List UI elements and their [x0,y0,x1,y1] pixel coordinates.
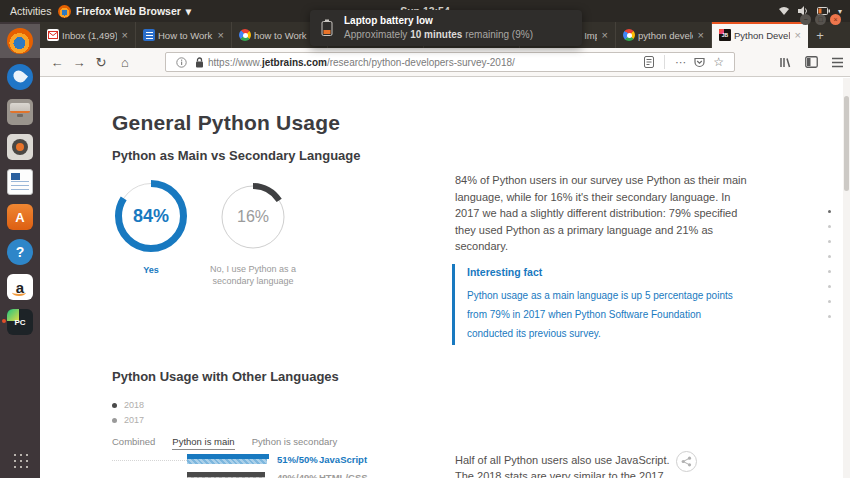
legend-2018[interactable]: 2018 [112,400,144,410]
nav-dot[interactable] [828,225,831,228]
filter-tab-python-is-secondary[interactable]: Python is secondary [252,436,338,450]
dock-item-files[interactable] [0,95,40,129]
legend-dot-2018 [112,403,117,408]
tab-close-icon[interactable]: × [696,29,706,41]
home-button[interactable]: ⌂ [114,48,136,76]
paragraph-main-vs-secondary: 84% of Python users in our survey use Py… [455,172,750,255]
tab-how-to-work[interactable]: How to Work With × [136,22,232,48]
scrollbar-thumb[interactable] [844,96,849,191]
fact-body: Python usage as a main language is up 5 … [467,286,744,343]
leader-line [112,460,187,461]
tab-close-icon[interactable]: × [216,29,226,41]
tab-title: how to Work Wi [254,30,309,41]
scrollbar[interactable] [843,78,850,478]
bar-label: JavaScript [319,454,367,465]
page-actions-icon[interactable]: ⋯ [671,56,690,69]
interesting-fact-box: Interesting fact Python usage as a main … [452,264,744,345]
menu-hamburger-icon[interactable] [831,57,844,68]
donut-value: 16% [218,182,288,252]
info-icon[interactable] [172,57,191,68]
page-title: General Python Usage [112,111,340,135]
dock-item-libreoffice-writer[interactable] [0,165,40,199]
tab-title: How to Work With [158,30,213,41]
nav-dot[interactable] [828,270,831,273]
app-menu[interactable]: Firefox Web Browser ▾ [58,0,191,22]
minimize-button[interactable]: − [800,14,811,25]
sidebar-icon[interactable] [805,56,818,68]
dock-item-help[interactable]: ? [0,235,40,269]
chevron-down-icon: ▾ [186,5,191,17]
nav-dot[interactable] [828,285,831,288]
google-icon [623,29,635,41]
nav-dot[interactable] [828,300,831,303]
notification-title: Laptop battery low [344,15,433,26]
tab-close-icon[interactable]: × [120,29,130,41]
pocket-icon[interactable] [690,57,709,68]
nav-dot[interactable] [828,210,831,213]
url-text[interactable]: https://www.jetbrains.com/research/pytho… [208,57,640,68]
ubuntu-software-icon: A [7,204,33,230]
jetbrains-icon: JB [719,29,731,41]
donut-chart-main-language: 84% [114,179,188,253]
lock-icon [191,57,208,68]
close-button[interactable]: × [830,14,841,25]
google-icon [239,29,251,41]
donut-label-yes: Yes [114,264,188,276]
dock-item-amazon[interactable]: a [0,270,40,304]
dock-item-firefox[interactable] [0,24,40,58]
fact-title: Interesting fact [467,266,744,278]
filter-tab-combined[interactable]: Combined [112,436,155,450]
nav-dot[interactable] [828,240,831,243]
donut-label-no: No, I use Python as a secondary language [200,263,306,287]
library-icon[interactable] [779,56,792,69]
tab-inbox[interactable]: Inbox (1,499) - i16 × [40,22,136,48]
dock-item-thunderbird[interactable] [0,60,40,94]
bars [187,472,265,478]
maximize-button[interactable]: □ [815,14,826,25]
url-bar[interactable]: https://www.jetbrains.com/research/pytho… [165,52,735,72]
bookmark-star-icon[interactable]: ☆ [709,55,728,69]
dock: A ? a PC [0,22,40,478]
bar-row-javascript: 51%/50% JavaScript [40,454,850,468]
running-indicator [2,319,6,323]
filter-tab-python-is-main[interactable]: Python is main [172,436,234,450]
page-content: General Python Usage Python as Main vs S… [40,78,850,478]
rhythmbox-icon [7,134,33,160]
tab-python-developers-survey[interactable]: JB Python Developers × [712,22,808,48]
tab-close-icon[interactable]: × [793,29,803,41]
nav-dot[interactable] [828,255,831,258]
dock-item-rhythmbox[interactable] [0,130,40,164]
gmail-icon [47,29,59,41]
tab-close-icon[interactable]: × [600,29,610,41]
window-controls: − □ × [800,14,841,25]
divider [664,55,665,69]
tab-title: Python Developers [734,30,790,41]
bar-label: HTML/CSS [319,472,368,478]
firefox-icon [58,5,71,18]
legend-2017[interactable]: 2017 [112,415,144,425]
reload-button[interactable]: ↻ [90,48,112,76]
battery-notification[interactable]: Laptop battery low Approximately 10 minu… [310,10,582,46]
app-menu-label: Firefox Web Browser [76,5,181,17]
tab-python-development[interactable]: python developm × [616,22,712,48]
paragraph-other-languages: Half of all Python users also use JavaSc… [455,452,675,478]
firefox-icon [7,28,33,54]
new-tab-button[interactable]: + [808,22,832,48]
firefox-window: Inbox (1,499) - i16 × How to Work With ×… [40,22,850,478]
chart-filter-tabs: Combined Python is main Python is second… [112,436,337,450]
legend-label: 2017 [124,415,144,425]
nav-dot[interactable] [828,315,831,318]
dock-item-pycharm[interactable]: PC [0,305,40,339]
share-icon[interactable] [676,451,697,472]
reader-mode-icon[interactable] [640,56,658,68]
back-button[interactable]: ← [46,48,68,76]
toolbar-right [779,48,844,76]
show-applications-button[interactable] [12,452,28,468]
activities-button[interactable]: Activities [10,0,51,22]
forward-button[interactable]: → [68,48,90,76]
section-dot-navigation[interactable] [828,210,831,318]
libreoffice-writer-icon [7,169,33,195]
pycharm-letters: PC [14,318,25,327]
dock-item-ubuntu-software[interactable]: A [0,200,40,234]
amazon-icon: a [7,274,33,300]
